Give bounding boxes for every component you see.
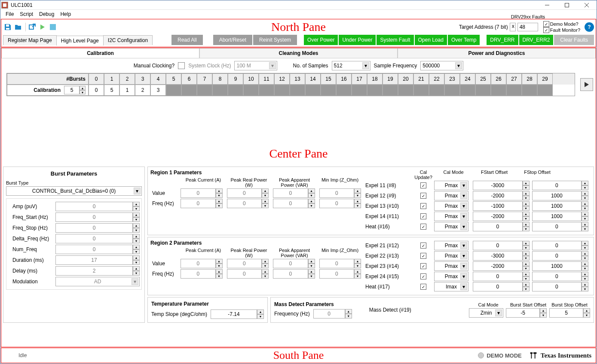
cal-update-checkbox[interactable]: ✓ (420, 203, 426, 209)
modulation-select[interactable]: AD▾ (55, 277, 140, 286)
fault-under-power[interactable]: Under Power (339, 35, 376, 45)
fstart-offset-input[interactable]: 0▲▼ (473, 272, 530, 281)
fault-drv-err2[interactable]: DRV_ERR2 (519, 35, 554, 45)
r1-freq-2[interactable]: 0▲▼ (273, 199, 315, 208)
no-samples-select[interactable]: 512▾ (332, 61, 370, 70)
amp-input[interactable]: 0▲▼ (55, 202, 140, 211)
close-button[interactable] (577, 0, 597, 10)
r2-freq-2[interactable]: 0▲▼ (273, 269, 315, 279)
burst-cell[interactable]: 2 (135, 85, 150, 96)
cal-mode-select[interactable]: Pmax▾ (434, 222, 468, 231)
fault-open-load[interactable]: Open Load (415, 35, 447, 45)
cal-mode-select[interactable]: Pmax▾ (434, 251, 468, 261)
cal-update-checkbox[interactable]: ✓ (420, 182, 426, 188)
burst-cell[interactable]: 0 (89, 85, 104, 96)
temp-slope-input[interactable]: -7.14▲▼ (211, 309, 264, 319)
delta-freq-input[interactable]: 0▲▼ (55, 234, 140, 243)
open-icon[interactable] (13, 22, 23, 32)
cal-mode-select[interactable]: Pmax▾ (434, 272, 468, 281)
burst-cell[interactable]: 3 (150, 85, 166, 96)
fstop-offset-input[interactable]: 0▲▼ (532, 222, 589, 231)
cal-update-checkbox[interactable]: ✓ (420, 253, 426, 259)
clear-faults-button[interactable]: Clear Faults (554, 35, 594, 45)
maximize-button[interactable] (557, 0, 577, 10)
fstart-offset-input[interactable]: -2000▲▼ (473, 212, 530, 221)
fstart-offset-input[interactable]: -1000▲▼ (473, 201, 530, 211)
save-icon[interactable] (3, 22, 12, 32)
fstart-offset-input[interactable]: -2000▲▼ (473, 261, 530, 271)
fstop-offset-input[interactable]: 1000▲▼ (532, 201, 589, 211)
burst-cell[interactable]: 1 (119, 85, 135, 96)
tab-high-level[interactable]: High Level Page (56, 36, 104, 46)
play-icon[interactable] (38, 22, 47, 32)
fstart-offset-input[interactable]: -3000▲▼ (473, 181, 530, 190)
cal-mode-select[interactable]: Imax▾ (434, 282, 468, 291)
r2-freq-3[interactable]: 0▲▼ (319, 269, 361, 279)
subtab-cleaning-modes[interactable]: Cleaning Modes (199, 48, 398, 58)
cal-mode-select[interactable]: Pmax▾ (434, 181, 468, 190)
r2-value-3[interactable]: 0▲▼ (319, 259, 361, 268)
num-freq-input[interactable]: 0▲▼ (55, 245, 140, 254)
minimize-button[interactable] (537, 0, 557, 10)
r1-value-3[interactable]: 0▲▼ (319, 188, 361, 198)
freq-start-input[interactable]: 0▲▼ (55, 212, 140, 222)
delay-input[interactable]: 2▲▼ (55, 266, 140, 276)
r1-freq-1[interactable]: 0▲▼ (227, 199, 269, 208)
fstart-offset-input[interactable]: 0▲▼ (473, 222, 530, 231)
sample-freq-select[interactable]: 500000▾ (420, 61, 463, 70)
fstart-offset-input[interactable]: 0▲▼ (473, 241, 530, 250)
subtab-power-diagnostics[interactable]: Power and Diagnostics (398, 48, 596, 58)
cal-update-checkbox[interactable]: ✓ (420, 273, 426, 279)
mass-stop-offset-input[interactable]: 5▲▼ (549, 308, 590, 318)
burst-type-select[interactable]: CONTROL_Burst_Cal_DcBias=0 (0)▾ (6, 186, 142, 196)
fault-over-temp[interactable]: Over Temp (448, 35, 480, 45)
r2-value-1[interactable]: 0▲▼ (227, 259, 269, 268)
r1-value-0[interactable]: 0▲▼ (181, 188, 223, 198)
cal-mode-select[interactable]: Pmax▾ (434, 241, 468, 250)
r1-value-2[interactable]: 0▲▼ (273, 188, 315, 198)
cal-update-checkbox[interactable]: ✓ (420, 213, 426, 219)
cal-update-checkbox[interactable]: ✓ (420, 284, 426, 290)
system-clock-select[interactable]: 100 M▾ (234, 61, 277, 70)
fstart-offset-input[interactable]: -3000▲▼ (473, 251, 530, 261)
mass-start-offset-input[interactable]: -5▲▼ (506, 308, 547, 318)
fstop-offset-input[interactable]: 1000▲▼ (532, 212, 589, 221)
subtab-calibration[interactable]: Calibration (1, 48, 199, 58)
freq-stop-input[interactable]: 0▲▼ (55, 223, 140, 233)
r1-value-1[interactable]: 0▲▼ (227, 188, 269, 198)
fault-drv-err[interactable]: DRV_ERR (487, 35, 518, 45)
r1-freq-0[interactable]: 0▲▼ (181, 199, 223, 208)
cal-mode-select[interactable]: Pmax▾ (434, 191, 468, 200)
r2-value-2[interactable]: 0▲▼ (273, 259, 315, 268)
cal-update-checkbox[interactable]: ✓ (420, 193, 426, 199)
tab-i2c-config[interactable]: I2C Configuration (103, 35, 153, 45)
fstart-offset-input[interactable]: -2000▲▼ (473, 191, 530, 200)
fstop-offset-input[interactable]: 0▲▼ (532, 241, 589, 250)
fault-over-power[interactable]: Over Power (304, 35, 338, 45)
cal-update-checkbox[interactable]: ✓ (420, 243, 426, 249)
fstop-offset-input[interactable]: 0▲▼ (532, 282, 589, 291)
mass-freq-input[interactable]: 0▲▼ (313, 309, 352, 318)
menu-debug[interactable]: Debug (37, 11, 57, 18)
fstop-offset-input[interactable]: 0▲▼ (532, 251, 589, 261)
cal-mode-select[interactable]: Pmax▾ (434, 201, 468, 211)
menu-help[interactable]: Help (58, 11, 73, 18)
menu-file[interactable]: File (3, 11, 16, 18)
fault-monitor-checkbox[interactable]: ✓Fault Monitor? (543, 27, 580, 33)
fstop-offset-input[interactable]: 0▲▼ (532, 272, 589, 281)
demo-mode-checkbox[interactable]: ✓Demo Mode? (543, 21, 580, 27)
fstop-offset-input[interactable]: 1000▲▼ (532, 261, 589, 271)
r2-freq-1[interactable]: 0▲▼ (227, 269, 269, 279)
r2-value-0[interactable]: 0▲▼ (181, 259, 223, 268)
fstop-offset-input[interactable]: 0▲▼ (532, 181, 589, 190)
reinit-system-button[interactable]: Reinit System (253, 35, 297, 45)
fault-system-fault[interactable]: System Fault (377, 35, 413, 45)
target-address-input[interactable] (517, 23, 538, 31)
abort-reset-button[interactable]: Abort/Reset (213, 35, 252, 45)
tab-register-map[interactable]: Register Map Page (3, 35, 57, 45)
r2-freq-0[interactable]: 0▲▼ (181, 269, 223, 279)
mass-cal-mode-select[interactable]: Zmin▾ (469, 308, 503, 318)
help-icon[interactable]: ? (585, 22, 594, 32)
run-calibration-button[interactable] (580, 78, 593, 91)
menu-script[interactable]: Script (17, 11, 36, 18)
